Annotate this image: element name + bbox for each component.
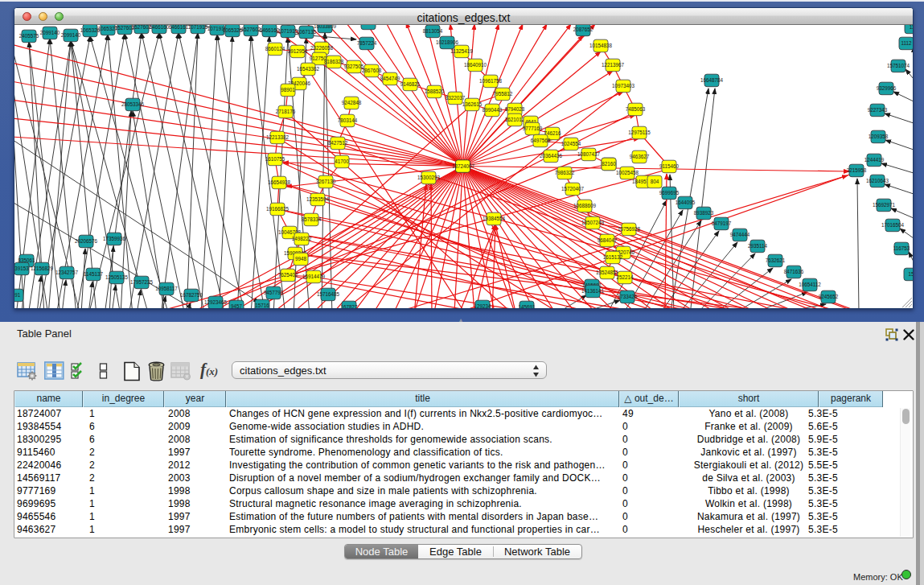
svg-text:23226058: 23226058	[310, 45, 334, 51]
svg-text:16033809: 16033809	[314, 25, 337, 29]
svg-text:15300293: 15300293	[417, 175, 441, 180]
svg-text:1498222: 1498222	[292, 236, 312, 241]
svg-text:16543362: 16543362	[297, 66, 320, 72]
svg-text:7986322: 7986322	[555, 170, 575, 175]
svg-text:15720407: 15720407	[561, 186, 585, 192]
svg-text:9457791: 9457791	[264, 290, 284, 295]
svg-text:1615132: 1615132	[603, 254, 623, 260]
svg-text:2405575: 2405575	[19, 33, 39, 39]
svg-text:16782759: 16782759	[180, 292, 203, 298]
svg-text:18724007: 18724007	[452, 163, 475, 169]
svg-text:15751074: 15751074	[887, 63, 910, 68]
svg-text:1145137: 1145137	[84, 271, 104, 277]
svg-text:9242848: 9242848	[342, 100, 362, 105]
svg-text:1733426: 1733426	[618, 294, 638, 299]
svg-text:9948: 9948	[295, 256, 307, 262]
svg-text:3912954: 3912954	[288, 48, 308, 54]
svg-text:7632621: 7632621	[766, 257, 786, 263]
svg-text:12975115: 12975115	[628, 130, 651, 135]
svg-text:1621012: 1621012	[505, 117, 525, 122]
svg-text:7857224: 7857224	[357, 40, 377, 46]
svg-text:13524851: 13524851	[596, 270, 619, 275]
svg-text:9457: 9457	[231, 303, 243, 308]
svg-text:20364436: 20364436	[540, 153, 563, 159]
svg-text:7803144: 7803144	[338, 117, 358, 123]
svg-text:804: 804	[651, 179, 659, 184]
svg-text:10958117: 10958117	[155, 286, 178, 291]
svg-text:1065326: 1065326	[223, 27, 243, 33]
svg-text:9463627: 9463627	[630, 154, 650, 159]
svg-text:1067135: 1067135	[297, 29, 317, 35]
svg-text:7485063: 7485063	[626, 106, 646, 112]
svg-text:15692971: 15692971	[873, 202, 896, 208]
svg-text:1071915: 1071915	[278, 28, 298, 34]
svg-text:8471636: 8471636	[784, 269, 804, 274]
svg-text:9146821: 9146821	[400, 81, 421, 87]
svg-text:98901: 98901	[281, 87, 295, 93]
svg-text:12342757: 12342757	[55, 270, 79, 275]
svg-text:8186328: 8186328	[324, 59, 344, 64]
svg-text:1024554: 1024554	[561, 141, 581, 146]
svg-text:16654938: 16654938	[268, 179, 291, 185]
svg-text:8990443: 8990443	[483, 107, 503, 113]
svg-text:6466161: 6466161	[169, 25, 189, 30]
svg-text:1527602: 1527602	[241, 27, 261, 32]
svg-text:10654112: 10654112	[799, 282, 821, 287]
svg-text:1588520: 1588520	[425, 89, 445, 94]
svg-text:10688609: 10688609	[573, 203, 597, 208]
svg-text:129234: 129234	[474, 303, 491, 308]
svg-text:11325419: 11325419	[450, 48, 473, 54]
svg-text:1209358: 1209358	[869, 134, 889, 139]
svg-text:6479197: 6479197	[712, 220, 732, 226]
svg-text:9684047: 9684047	[598, 237, 618, 243]
svg-text:11: 11	[910, 25, 913, 30]
svg-text:391: 391	[14, 292, 21, 298]
svg-text:1112: 1112	[901, 40, 912, 46]
svg-text:9777169: 9777169	[523, 126, 543, 131]
svg-text:28053346: 28053346	[121, 101, 145, 107]
svg-text:12923465: 12923465	[204, 299, 228, 305]
svg-text:19384554: 19384554	[483, 216, 506, 221]
svg-text:9227343: 9227343	[868, 107, 888, 113]
svg-text:8427512: 8427512	[328, 140, 348, 146]
svg-text:8660124: 8660124	[265, 46, 285, 51]
svg-text:18640910: 18640910	[464, 62, 487, 68]
svg-text:12213382: 12213382	[266, 134, 290, 140]
svg-text:15716: 15716	[255, 303, 269, 308]
svg-text:2087652: 2087652	[573, 27, 593, 32]
svg-text:12156829: 12156829	[31, 266, 54, 271]
svg-text:3215958: 3215958	[847, 167, 867, 173]
svg-text:16648784: 16648784	[700, 77, 724, 83]
svg-text:82160: 82160	[602, 161, 616, 167]
svg-text:1644095: 1644095	[676, 200, 696, 205]
svg-text:8813054: 8813054	[423, 28, 443, 34]
svg-text:12353594: 12353594	[306, 196, 330, 202]
svg-text:15716485: 15716485	[317, 291, 340, 297]
svg-text:1071915: 1071915	[188, 25, 208, 30]
svg-text:39153: 39153	[14, 266, 29, 271]
svg-text:10807437: 10807437	[577, 151, 601, 157]
svg-text:6794028: 6794028	[505, 106, 525, 112]
svg-text:6466160: 6466160	[260, 27, 280, 33]
svg-text:7955812: 7955812	[493, 91, 513, 97]
svg-text:116753: 116753	[893, 245, 910, 251]
svg-text:19166825: 19166825	[266, 206, 290, 212]
svg-text:8938923: 8938923	[694, 210, 714, 216]
svg-text:8578334: 8578334	[302, 216, 322, 222]
svg-text:2099140: 2099140	[40, 30, 60, 35]
svg-text:1362615: 1362615	[462, 101, 483, 107]
svg-text:9329966: 9329966	[877, 85, 897, 91]
svg-text:18507249: 18507249	[581, 220, 605, 225]
svg-text:1065: 1065	[363, 25, 375, 26]
svg-text:10961758: 10961758	[479, 78, 503, 84]
svg-text:20206576: 20206576	[75, 238, 98, 244]
svg-text:17957235: 17957235	[130, 279, 154, 285]
svg-text:10025458: 10025458	[616, 170, 639, 175]
svg-text:7625402: 7625402	[278, 272, 298, 278]
svg-text:2718176: 2718176	[276, 109, 296, 114]
svg-text:145691: 145691	[518, 304, 536, 308]
svg-text:9115460: 9115460	[659, 163, 680, 169]
svg-text:17016504: 17016504	[881, 222, 905, 228]
svg-text:8454749: 8454749	[380, 76, 400, 81]
svg-text:16914479: 16914479	[302, 274, 326, 279]
